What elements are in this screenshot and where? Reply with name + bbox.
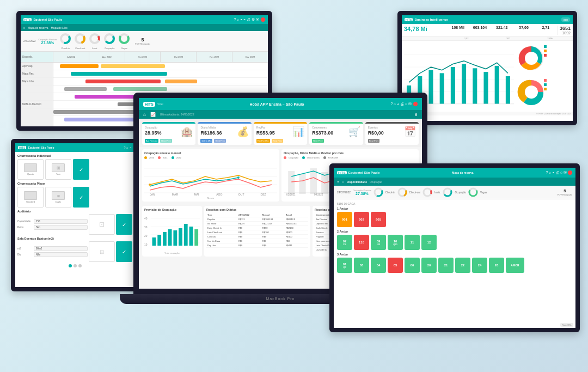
- bi-271: 2,71: [535, 26, 556, 29]
- bi-19mi: 19 Mi: [529, 37, 571, 40]
- bi-app-badge: app: [561, 17, 570, 22]
- svg-rect-74: [179, 228, 182, 246]
- main-subnav: ⌂ 📈 Última Auditoria: 24/05/2022 🖨: [139, 110, 422, 119]
- eventos-icon: 📅: [404, 126, 416, 138]
- br-menu-icon[interactable]: ≡: [337, 180, 339, 184]
- svg-rect-27: [544, 45, 547, 48]
- metric-ocupacao-value: 28.95%: [145, 130, 162, 136]
- forecast-xlabel: % de ocupação: [144, 252, 200, 254]
- metric-revpar-value: R$53.95: [256, 130, 275, 136]
- detection-area: 5186 36 CACA: [337, 202, 572, 205]
- br-vagas-donut: [468, 187, 478, 197]
- metric-revpar: RevPar R$53.95 📊 RevPar Min Real Prev: [254, 122, 307, 145]
- forecast-title: Previsão de Ocupação: [144, 208, 200, 211]
- room-04: 04: [371, 258, 386, 273]
- metric-eventos-value: R$0,00: [368, 130, 384, 136]
- revenue-diarias-box: Receitas com Diárias Tipo 24/05/2022 Men…: [204, 206, 310, 257]
- metric-conversoes-value: R$373.00: [312, 130, 333, 136]
- main-dash-icons: ? ⌕ ☁ 🖨 ⊙ ✉: [390, 102, 418, 106]
- br-rapidssl: RapidSSL: [560, 323, 573, 327]
- room-12: 12: [421, 235, 437, 250]
- conversoes-badge: Real Prev: [312, 139, 324, 143]
- room-amor: AMOR: [506, 258, 524, 273]
- forecast-box: Previsão de Ocupação 40 30 20 10: [142, 206, 202, 257]
- bi-main-metric: 34,78 Mi: [404, 26, 447, 32]
- nav-mapa-reserva-label[interactable]: Mapa de reserva: [28, 26, 48, 29]
- svg-text:MAR: MAR: [172, 193, 179, 196]
- ocupacao-donut: [103, 33, 115, 45]
- bi-pie-1: [516, 42, 551, 74]
- svg-rect-18: [451, 67, 455, 104]
- revenue-diarias-table: Tipo 24/05/2022 Mensal Anual RegularR$72…: [206, 213, 308, 248]
- br-close[interactable]: [568, 170, 572, 175]
- metric-diaria: Diária Média R$186.36 💰 Diária Min Real …: [198, 122, 251, 145]
- bl-confirm-1[interactable]: ✓: [73, 159, 89, 180]
- andar3-section: 3 Andar 01 Q5 03 04 05 06: [337, 253, 572, 273]
- vagas-donut: [118, 33, 130, 45]
- metric-ocupacao: Ocupação 28.95% 🏨 Ant Período Real Prev: [142, 122, 195, 145]
- graph-icon[interactable]: 📈: [150, 112, 156, 117]
- room-10: 10 Q30: [388, 235, 403, 250]
- bi-3651: 3651: [560, 26, 571, 31]
- table-row: Late Check-outR$0R$100R$300: [206, 230, 308, 235]
- svg-text:10: 10: [144, 243, 148, 246]
- room-26: 26: [489, 258, 504, 273]
- bl-confirm-2[interactable]: ✓: [73, 187, 89, 208]
- chart1-title: Ocupação anual e mensal: [144, 151, 277, 155]
- br-ocupacao-value: 27.38%: [356, 192, 369, 196]
- close-button[interactable]: [413, 102, 418, 106]
- room-11: 11: [405, 235, 420, 250]
- revpar-prev-badge: Real Prev: [272, 139, 284, 143]
- print-icon[interactable]: 🖨: [414, 113, 418, 116]
- br-subnav-ocupacao[interactable]: Ocupação: [370, 180, 382, 184]
- room-24: 24: [472, 258, 487, 273]
- bl-title: Equipetel São Paulo: [28, 146, 54, 149]
- conversoes-icon: 🛒: [348, 126, 360, 138]
- svg-text:04/2022: 04/2022: [314, 193, 323, 196]
- svg-rect-23: [506, 76, 510, 104]
- br-ocupacao-donut: [443, 187, 452, 197]
- detection-text: 5186 36 CACA: [337, 202, 355, 205]
- br-ocupacao-donut-label: Ocupação: [455, 191, 466, 194]
- room-901: 901: [337, 212, 352, 227]
- bl-page-dots: [17, 264, 132, 267]
- col-mensal: Mensal: [261, 213, 285, 217]
- br-home-icon[interactable]: ⌂: [342, 180, 344, 184]
- topleft-title: Equipetel São Paulo: [33, 18, 62, 21]
- svg-point-31: [525, 86, 538, 99]
- room-05: 05: [388, 258, 403, 273]
- room-905: 905: [371, 212, 386, 227]
- table-row: RegularR$721R$1006.91R$6912.0: [206, 217, 308, 222]
- room-map-content: 5186 36 CACA 1 Andar 901 902 905 2 Andar: [334, 199, 575, 278]
- svg-text:20: 20: [144, 235, 148, 237]
- nav-mapa-reserva[interactable]: ≡: [23, 26, 25, 29]
- diaria-icon: 💰: [237, 126, 249, 138]
- br-subnav-disponib[interactable]: Disponibilidade: [347, 180, 367, 184]
- bl-section-auditorio: Auditório: [17, 210, 132, 213]
- home-icon[interactable]: ⌂: [143, 112, 146, 117]
- bottomright-screen: HITS Equipetel São Paulo Mapa da reserva…: [329, 163, 580, 332]
- bl-section-plexo: Churrascaria Plexo: [17, 182, 132, 185]
- br-imob-donut: [422, 187, 432, 197]
- bl-section-sala: Sala Eventos Básico (m2): [17, 237, 132, 240]
- nav-mapa-liho-label[interactable]: Mapa de Liho: [51, 26, 67, 29]
- table-row: Uso da CasaR$0R$0R$0: [206, 239, 308, 243]
- svg-point-26: [525, 52, 538, 65]
- svg-point-40: [237, 176, 240, 179]
- bl-content: Churrascaria Individual Quarto ⊞ Twin ✓ …: [15, 152, 134, 270]
- bi-pie-charts: [516, 42, 571, 110]
- metric-diaria-value: R$186.36: [200, 130, 222, 136]
- metric-eventos: Eventos R$0,00 📅 Real Prev: [365, 122, 419, 145]
- svg-point-4: [90, 34, 99, 43]
- main-dash-title: Hotel APP Ensina – São Paulo: [250, 102, 304, 106]
- bi-pie-2: [516, 76, 551, 108]
- col-anual: Anual: [285, 213, 308, 217]
- svg-text:MAI: MAI: [194, 193, 199, 196]
- bi-title: Business Intelligence: [414, 18, 448, 21]
- metric-conversoes: Conversoes R$373.00 🛒 Real Prev: [309, 122, 363, 145]
- room-118: 118: [354, 235, 369, 250]
- svg-rect-47: [288, 171, 295, 194]
- chart2-title: Ocupação, Diária Média e RevPar por mês: [284, 151, 416, 155]
- svg-text:30: 30: [144, 226, 148, 229]
- metrics-row: Ocupação 28.95% 🏨 Ant Período Real Prev …: [139, 119, 422, 147]
